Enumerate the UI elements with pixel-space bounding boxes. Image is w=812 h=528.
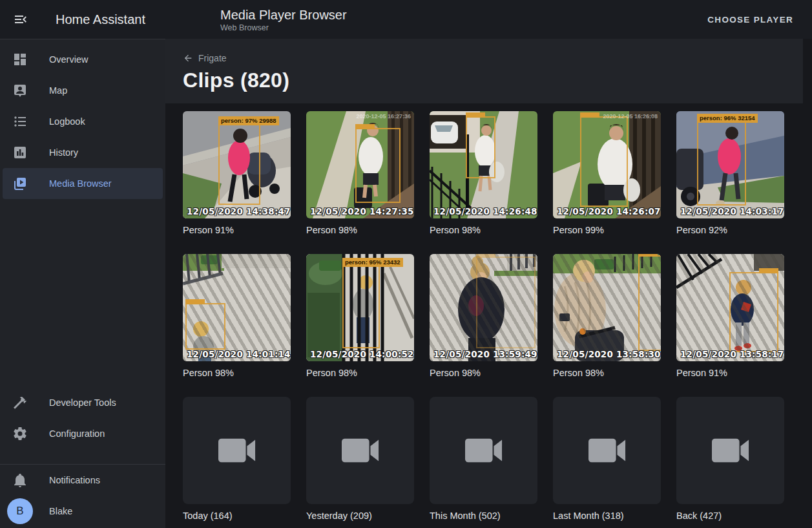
clip-timestamp: 12/05/2020 13:58:17: [680, 349, 784, 359]
video-icon: [712, 437, 749, 464]
clip-timestamp: 12/05/2020 14:01:14: [187, 349, 291, 359]
sidebar-spacer: [0, 199, 165, 387]
clip-item[interactable]: 2020-12-05 16:26:08 12/05/2020 14:26:07 …: [553, 111, 661, 237]
clip-item[interactable]: 12/05/2020 13:58:30 Person 98%: [553, 254, 661, 379]
detection-box: [466, 116, 495, 178]
detection-box: [729, 272, 778, 352]
clip-item[interactable]: 12/05/2020 13:58:17 Person 91%: [676, 254, 784, 379]
folder-item-this-month[interactable]: This Month (502): [430, 397, 537, 522]
clip-item[interactable]: 2020-12-05 16:27:36 12/05/2020 14:27:35 …: [306, 111, 414, 237]
page-subtitle: Web Browser: [220, 23, 347, 32]
sidebar-item-user[interactable]: B Blake: [0, 496, 165, 527]
detection-label: [638, 254, 658, 257]
clip-item[interactable]: 12/05/2020 14:01:14 Person 98%: [183, 254, 291, 379]
sidebar-item-label: Logbook: [49, 116, 85, 127]
sidebar-item-label: Map: [49, 85, 67, 96]
sidebar-item-label: History: [49, 147, 78, 158]
detection-box: [185, 303, 225, 350]
folder-tile: [306, 397, 414, 504]
clip-caption: Person 98%: [306, 224, 414, 237]
clip-timestamp: 12/05/2020 14:00:52: [310, 349, 414, 359]
sidebar-app-title: Home Assistant: [56, 12, 164, 27]
clip-thumbnail: 12/05/2020 13:58:30: [553, 254, 661, 361]
clip-item[interactable]: person: 95% 23432 12/05/2020 14:00:52 Pe…: [306, 254, 414, 379]
format-list-icon: [12, 114, 28, 129]
sidebar-item-configuration[interactable]: Configuration: [0, 418, 165, 449]
account-location-icon: [12, 83, 28, 98]
sidebar-item-notifications[interactable]: Notifications: [0, 465, 165, 496]
media-library-icon: [12, 176, 28, 191]
media-browser-header: Frigate Clips (820): [165, 39, 812, 103]
clip-thumbnail: 2020-12-05 16:26:08 12/05/2020 14:26:07: [553, 111, 661, 218]
clip-timestamp: 12/05/2020 13:58:30: [557, 349, 661, 359]
camera-osd-timestamp: 2020-12-05 16:26:08: [603, 113, 658, 120]
clip-caption: Person 91%: [183, 224, 291, 237]
media-grid: person: 97% 29988 12/05/2020 14:38:47 Pe…: [165, 103, 812, 522]
page-title: Media Player Browser: [220, 7, 347, 23]
folder-item-yesterday[interactable]: Yesterday (209): [306, 397, 414, 522]
video-icon: [465, 437, 503, 464]
bell-icon: [12, 472, 28, 488]
detection-label: [580, 112, 599, 118]
folder-item-back[interactable]: Back (427): [676, 397, 784, 522]
clip-item[interactable]: 12/05/2020 13:59:49 Person 98%: [430, 254, 537, 379]
clip-thumbnail: 12/05/2020 13:58:17: [676, 254, 784, 361]
folder-item-last-month[interactable]: Last Month (318): [553, 397, 661, 522]
breadcrumb[interactable]: Frigate: [183, 39, 227, 63]
breadcrumb-label: Frigate: [198, 53, 227, 63]
folder-item-today[interactable]: Today (164): [183, 397, 291, 522]
choose-player-button[interactable]: CHOOSE PLAYER: [702, 10, 798, 30]
folder-tile: [430, 397, 537, 504]
clip-item[interactable]: person: 97% 29988 12/05/2020 14:38:47 Pe…: [183, 111, 291, 237]
folder-tile: [183, 397, 291, 504]
clip-timestamp: 12/05/2020 14:38:47: [187, 206, 291, 216]
clip-item[interactable]: 12/05/2020 14:26:48 Person 98%: [430, 111, 537, 237]
video-icon: [218, 437, 256, 464]
clip-thumbnail: 12/05/2020 14:01:14: [183, 254, 291, 361]
video-icon: [342, 437, 379, 464]
detection-box: [638, 255, 661, 351]
clip-caption: Person 91%: [676, 366, 784, 379]
detection-box: [355, 128, 401, 203]
sidebar-item-history[interactable]: History: [0, 137, 165, 168]
clip-caption: Person 98%: [183, 366, 291, 379]
clip-item[interactable]: person: 96% 32154 12/05/2020 14:03:17 Pe…: [676, 111, 784, 237]
sidebar-item-label: Media Browser: [49, 178, 112, 189]
sidebar-item-label: Configuration: [49, 428, 105, 439]
detection-box: person: 96% 32154: [697, 121, 746, 206]
detection-label: [466, 112, 485, 118]
detection-label: person: 96% 32154: [697, 114, 758, 123]
menu-open-icon: [13, 12, 28, 27]
sidebar-item-overview[interactable]: Overview: [0, 44, 165, 75]
sidebar-item-map[interactable]: Map: [0, 75, 165, 106]
clip-thumbnail: 12/05/2020 13:59:49: [430, 254, 537, 361]
avatar: B: [7, 498, 33, 524]
clip-timestamp: 12/05/2020 14:27:35: [310, 206, 414, 216]
detection-label: [759, 268, 778, 273]
detection-label: [476, 254, 495, 258]
clip-caption: Person 98%: [553, 366, 661, 379]
sidebar-item-media-browser[interactable]: Media Browser: [3, 168, 163, 199]
clip-timestamp: 12/05/2020 13:59:49: [433, 349, 537, 359]
menu-toggle-button[interactable]: [6, 5, 35, 34]
detection-box: person: 95% 23432: [342, 266, 380, 348]
sidebar-item-logbook[interactable]: Logbook: [0, 106, 165, 137]
camera-osd-timestamp: 2020-12-05 16:27:36: [356, 113, 411, 120]
folder-label: Back (427): [676, 509, 784, 522]
clip-timestamp: 12/05/2020 14:26:48: [433, 206, 537, 216]
folder-label: Yesterday (209): [306, 509, 414, 522]
folder-tile: [553, 397, 661, 504]
scrollbar-track[interactable]: [803, 39, 812, 528]
sidebar-item-developer-tools[interactable]: Developer Tools: [0, 387, 165, 418]
clip-thumbnail: 2020-12-05 16:27:36 12/05/2020 14:27:35: [306, 111, 414, 218]
sidebar-item-label: Overview: [49, 54, 88, 65]
clip-caption: Person 98%: [430, 366, 537, 379]
media-browser-panel: Frigate Clips (820): [165, 39, 812, 528]
sidebar-item-label: Developer Tools: [49, 397, 116, 408]
user-name: Blake: [49, 506, 72, 516]
folder-label: This Month (502): [430, 509, 537, 522]
app-header: Home Assistant Media Player Browser Web …: [0, 0, 812, 39]
hammer-icon: [12, 395, 28, 410]
detection-box: [476, 257, 536, 348]
sidebar: Overview Map Logbook Histo: [0, 39, 165, 528]
